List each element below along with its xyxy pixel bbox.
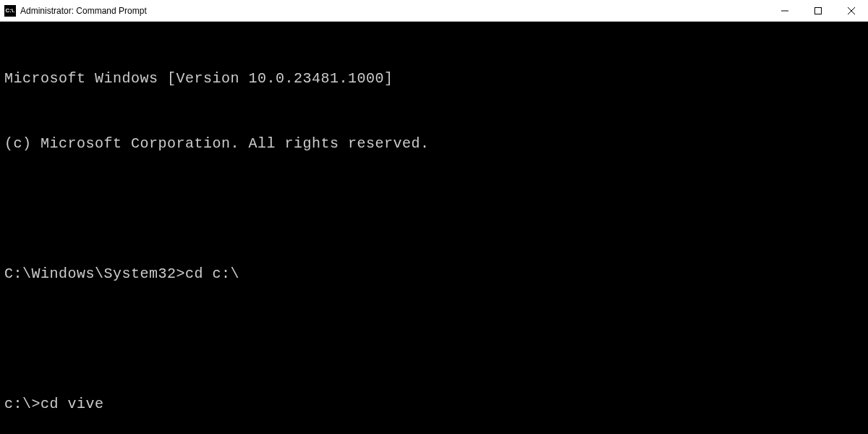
cmd-icon-text: C:\. (6, 7, 15, 14)
terminal-output[interactable]: Microsoft Windows [Version 10.0.23481.10… (0, 22, 868, 434)
window-controls (768, 0, 868, 21)
terminal-line: (c) Microsoft Corporation. All rights re… (4, 133, 864, 155)
cmd-icon: C:\. (4, 5, 16, 17)
svg-rect-1 (815, 7, 822, 14)
terminal-blank-line (4, 198, 864, 220)
titlebar[interactable]: C:\. Administrator: Command Prompt (0, 0, 868, 22)
terminal-blank-line (4, 328, 864, 350)
close-button[interactable] (835, 0, 868, 21)
window-title: Administrator: Command Prompt (20, 6, 768, 16)
terminal-line: C:\Windows\System32>cd c:\ (4, 263, 864, 285)
minimize-button[interactable] (768, 0, 801, 21)
terminal-line: Microsoft Windows [Version 10.0.23481.10… (4, 68, 864, 90)
maximize-button[interactable] (801, 0, 835, 21)
terminal-line: c:\>cd vive (4, 393, 864, 415)
